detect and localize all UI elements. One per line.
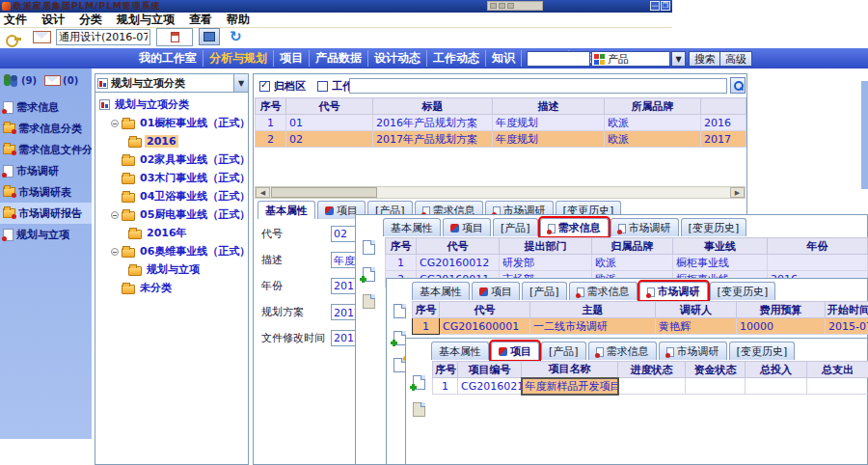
tab-demand-info[interactable]: 需求信息 (588, 342, 657, 360)
add-doc-icon[interactable] (393, 331, 406, 345)
tree-node-uncategorized[interactable]: 未分类 (99, 279, 248, 297)
tree-node-2016[interactable]: 2016 (99, 132, 248, 150)
win4-tab-strip: 基本属性 项目 [产品] 需求信息 市场调研 [变更历史] (427, 341, 867, 360)
mail-icon[interactable] (33, 31, 51, 43)
edit-doc-icon[interactable] (393, 358, 406, 372)
category-icon (3, 145, 15, 154)
tab-change-history[interactable]: [变更历史] (710, 282, 776, 300)
refresh-icon[interactable]: ↻ (230, 28, 242, 45)
nav-product-data[interactable]: 产品数据 (310, 50, 368, 67)
maximize-button[interactable]: ❐ (661, 1, 670, 11)
tab-change-history[interactable]: [变更历史] (729, 342, 796, 360)
folder-icon (128, 230, 142, 239)
nav-knowledge[interactable]: 知识 (486, 50, 522, 67)
search-button[interactable]: 搜索 (689, 51, 721, 67)
tree-selector[interactable]: 规划与立项分类 ▼ (95, 74, 248, 93)
tree-node-furniture[interactable]: 02家具事业线（正式） (99, 150, 248, 169)
nav-my-workspace[interactable]: 我的工作室 (133, 50, 203, 67)
tab-project-highlighted[interactable]: 项目 (491, 342, 539, 360)
tab-basic-attributes[interactable]: 基本属性 (383, 218, 441, 236)
scroll-left-icon[interactable]: ◀ (256, 187, 270, 198)
table-row[interactable]: 1CG20160012 研发部欧派 橱柜事业线 (386, 255, 868, 271)
tree-root[interactable]: 规划与立项分类 (99, 96, 248, 114)
tab-product[interactable]: [产品] (541, 342, 586, 360)
sidebar-item-demand-category[interactable]: 需求信息分类 (0, 118, 92, 139)
nav-design-activity[interactable]: 设计动态 (368, 50, 427, 67)
sidebar-item-market-research[interactable]: 市场调研 (0, 160, 92, 181)
tab-basic-attributes[interactable]: 基本属性 (258, 201, 315, 219)
plan-filter-input[interactable] (349, 78, 727, 94)
tab-project[interactable]: 项目 (472, 282, 520, 300)
calendar-button[interactable] (156, 28, 193, 46)
screen-button[interactable] (199, 28, 220, 45)
workzone-checkbox[interactable] (317, 81, 328, 92)
global-search-input[interactable] (527, 51, 590, 67)
collapse-handle-icon[interactable] (111, 120, 119, 127)
tree-node-planning[interactable]: 规划与立项 (99, 260, 248, 279)
table-row[interactable]: 101 2016年产品规划方案年度规划 欧派2016 (256, 115, 746, 131)
nav-analysis-planning[interactable]: 分析与规划 (203, 50, 274, 67)
tab-demand-info[interactable]: 需求信息 (569, 282, 637, 300)
tree-node-2016-year[interactable]: 2016年 (99, 224, 248, 242)
menu-view[interactable]: 查看 (189, 12, 212, 28)
table-row-selected[interactable]: 1CG201600001 一二线市场调研黄艳辉 100002015-07-0 (413, 318, 868, 335)
editing-cell[interactable]: 年度新样品开发项目... (522, 378, 618, 395)
tree-node-cabinet[interactable]: 01橱柜事业线（正式） (99, 114, 248, 132)
tree-node-bathroom[interactable]: 04卫浴事业线（正式） (99, 187, 248, 205)
chevron-down-icon[interactable]: ▼ (233, 74, 248, 92)
sidebar-item-demand-info[interactable]: 需求信息 (0, 96, 92, 118)
menu-design[interactable]: 设计 (41, 12, 65, 28)
menu-help[interactable]: 帮助 (227, 12, 250, 28)
chevron-down-icon[interactable]: ▼ (671, 51, 686, 67)
new-doc-icon[interactable] (393, 304, 406, 318)
tab-product[interactable]: [产品] (493, 218, 538, 236)
minimize-button[interactable]: — (650, 1, 660, 11)
tab-change-history[interactable]: [变更历史] (681, 218, 747, 236)
tab-project[interactable]: 项目 (443, 218, 491, 236)
collapse-handle-icon[interactable] (111, 248, 119, 256)
advanced-search-button[interactable]: 高级 (719, 51, 752, 67)
key-icon[interactable] (6, 30, 21, 44)
monitor-icon (203, 32, 215, 41)
nav-work-activity[interactable]: 工作动态 (427, 50, 486, 67)
project-icon (499, 347, 507, 356)
scroll-right-icon[interactable]: ▶ (730, 187, 745, 198)
tab-market-research[interactable]: 市场调研 (610, 218, 679, 236)
design-mode-input[interactable] (56, 29, 150, 45)
tree-node-wooden-door[interactable]: 03木门事业线（正式） (99, 169, 248, 187)
menu-bar: 文件 设计 分类 规划与立项 查看 帮助 (0, 13, 672, 28)
new-doc-icon[interactable] (363, 240, 375, 255)
tab-product[interactable]: [产品] (522, 282, 567, 300)
users-icon[interactable] (3, 74, 19, 87)
search-icon[interactable] (730, 77, 746, 94)
table-header-row: 序号代号 标题描述 所属品牌 (256, 98, 746, 115)
menu-file[interactable]: 文件 (4, 12, 27, 28)
search-category-select[interactable]: 产品 (591, 51, 670, 67)
menu-planning[interactable]: 规划与立项 (117, 12, 175, 28)
sidebar-item-demand-file-category[interactable]: 需求信息文件分类 (0, 139, 92, 160)
win3-tab-strip: 基本属性 项目 [产品] 需求信息 市场调研 [变更历史] (408, 281, 867, 300)
add-doc-icon[interactable] (363, 267, 375, 282)
nav-project[interactable]: 项目 (274, 50, 310, 67)
sidebar-item-planning-approval[interactable]: 规划与立项 (0, 224, 92, 245)
menu-classify[interactable]: 分类 (79, 12, 102, 28)
archive-checkbox[interactable] (259, 81, 270, 92)
folder-icon (122, 248, 135, 258)
tab-basic-attributes[interactable]: 基本属性 (412, 282, 470, 300)
tab-market-research[interactable]: 市场调研 (659, 342, 727, 360)
horizontal-scrollbar[interactable]: ◀ ▶ (255, 186, 746, 199)
tab-market-research-highlighted[interactable]: 市场调研 (639, 282, 708, 300)
scrollbar-thumb[interactable] (271, 187, 377, 198)
tab-basic-attributes[interactable]: 基本属性 (431, 342, 489, 360)
table-row[interactable]: 1CG2016021 年度新样品开发项目... (433, 378, 868, 395)
table-row-selected[interactable]: 202 2017年产品规划方案年度规划 欧派2017 (256, 131, 746, 148)
floating-mini-toolbar[interactable] (487, 1, 543, 11)
tab-demand-info-highlighted[interactable]: 需求信息 (540, 218, 609, 236)
sidebar-item-market-research-table[interactable]: 市场调研表 (0, 181, 92, 203)
sidebar-mail-icon[interactable] (44, 75, 61, 86)
collapse-handle-icon[interactable] (111, 211, 119, 219)
tree-node-aowei[interactable]: 06奥维事业线（正式） (99, 242, 248, 260)
add-doc-icon[interactable] (413, 375, 425, 390)
tree-node-kitchen-electric[interactable]: 05厨电事业线（正式） (99, 205, 248, 224)
sidebar-item-market-research-report[interactable]: 市场调研报告 (0, 203, 92, 224)
